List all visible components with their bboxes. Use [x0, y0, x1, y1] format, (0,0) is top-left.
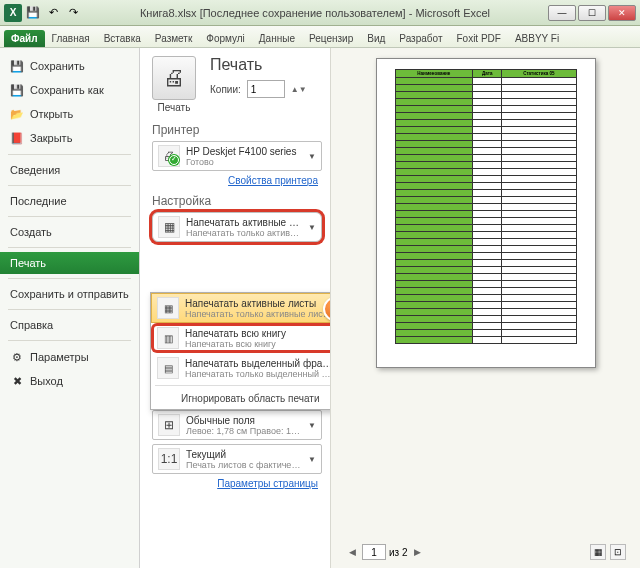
print-button[interactable]: 🖨: [152, 56, 196, 100]
popup-ignore-print-area[interactable]: Игнорировать область печати: [151, 388, 330, 409]
nav-label: Сохранить: [30, 60, 85, 72]
tab-developer[interactable]: Разработ: [392, 30, 449, 47]
exit-icon: ✖: [10, 374, 24, 388]
nav-open[interactable]: 📂Открыть: [0, 102, 139, 126]
nav-label: Справка: [10, 319, 53, 331]
page-navigator: ◀ из 2 ▶: [345, 544, 425, 560]
selection-icon: ▤: [157, 357, 179, 379]
popup-option-whole-book[interactable]: ▥ Напечатать всю книгу Напечатать всю кн…: [151, 323, 330, 353]
option-sub: Напечатать только активные листы: [185, 309, 330, 319]
print-what-dropdown[interactable]: ▦ Напечатать активные листы Напечатать т…: [152, 212, 322, 242]
open-icon: 📂: [10, 107, 24, 121]
nav-label: Последние: [10, 195, 67, 207]
nav-exit[interactable]: ✖Выход: [0, 369, 139, 393]
copies-label: Копии:: [210, 84, 241, 95]
tab-insert[interactable]: Вставка: [97, 30, 148, 47]
titlebar: X 💾 ↶ ↷ Книга8.xlsx [Последнее сохранени…: [0, 0, 640, 26]
print-settings-column: 🖨 Печать Печать Копии: ▲▼ Принтер 🖨 HP D…: [140, 48, 330, 568]
next-page-button[interactable]: ▶: [411, 545, 425, 559]
tab-foxit[interactable]: Foxit PDF: [449, 30, 507, 47]
scale-main: Текущий: [186, 449, 302, 460]
settings-section-label: Настройка: [152, 194, 322, 208]
tab-review[interactable]: Рецензир: [302, 30, 360, 47]
save-icon: 💾: [10, 59, 24, 73]
tab-formulas[interactable]: Формулі: [199, 30, 252, 47]
printer-status: Готово: [186, 157, 302, 167]
excel-logo-icon: X: [4, 4, 22, 22]
divider: [8, 247, 131, 248]
tab-home[interactable]: Главная: [45, 30, 97, 47]
margins-icon: ⊞: [158, 414, 180, 436]
nav-options[interactable]: ⚙Параметры: [0, 345, 139, 369]
margins-main: Обычные поля: [186, 415, 302, 426]
print-what-popup: ▦ Напечатать активные листы Напечатать т…: [150, 292, 330, 410]
copies-input[interactable]: [247, 80, 285, 98]
page-of-label: из 2: [389, 547, 408, 558]
page-number-input[interactable]: [362, 544, 386, 560]
quick-access-toolbar: X 💾 ↶ ↷: [4, 4, 82, 22]
nav-print[interactable]: Печать: [0, 252, 139, 274]
nav-close[interactable]: 📕Закрыть: [0, 126, 139, 150]
backstage-nav: 💾Сохранить 💾Сохранить как 📂Открыть 📕Закр…: [0, 48, 140, 568]
tab-abbyy[interactable]: ABBYY Fi: [508, 30, 566, 47]
scaling-dropdown[interactable]: 1:1 Текущий Печать листов с фактическ… ▼: [152, 444, 322, 474]
nav-label: Сохранить и отправить: [10, 288, 129, 300]
book-icon: ▥: [157, 327, 179, 349]
nav-recent[interactable]: Последние: [0, 190, 139, 212]
nav-label: Сохранить как: [30, 84, 104, 96]
sheets-icon: ▦: [158, 216, 180, 238]
close-button[interactable]: ✕: [608, 5, 636, 21]
option-sub: Напечатать всю книгу: [185, 339, 330, 349]
window-title: Книга8.xlsx [Последнее сохранение пользо…: [82, 7, 548, 19]
tab-view[interactable]: Вид: [360, 30, 392, 47]
print-title: Печать: [210, 56, 307, 74]
redo-icon[interactable]: ↷: [64, 4, 82, 22]
margins-sub: Левое: 1,78 см Правое: 1,…: [186, 426, 302, 436]
tab-file[interactable]: Файл: [4, 30, 45, 47]
nav-label: Закрыть: [30, 132, 72, 144]
nav-label: Печать: [10, 257, 46, 269]
tab-data[interactable]: Данные: [252, 30, 302, 47]
save-icon[interactable]: 💾: [24, 4, 42, 22]
nav-info[interactable]: Сведения: [0, 159, 139, 181]
spinner-icon[interactable]: ▲▼: [291, 85, 307, 94]
undo-icon[interactable]: ↶: [44, 4, 62, 22]
printer-properties-link[interactable]: Свойства принтера: [152, 175, 318, 186]
printer-name: HP Deskjet F4100 series: [186, 146, 302, 157]
ribbon-tabs: Файл Главная Вставка Разметк Формулі Дан…: [0, 26, 640, 48]
backstage-content: 🖨 Печать Печать Копии: ▲▼ Принтер 🖨 HP D…: [140, 48, 640, 568]
preview-page: НаименованиеДатаСтатистика 05 document.w…: [376, 58, 596, 368]
divider: [8, 309, 131, 310]
chevron-down-icon: ▼: [308, 223, 316, 232]
print-what-sub: Напечатать только активны…: [186, 228, 302, 238]
scale-sub: Печать листов с фактическ…: [186, 460, 302, 470]
option-label: Игнорировать область печати: [181, 393, 319, 404]
option-label: Напечатать всю книгу: [185, 328, 330, 339]
show-margins-button[interactable]: ▦: [590, 544, 606, 560]
page-setup-link[interactable]: Параметры страницы: [152, 478, 318, 489]
prev-page-button[interactable]: ◀: [345, 545, 359, 559]
popup-option-selection[interactable]: ▤ Напечатать выделенный фрагмент Напечат…: [151, 353, 330, 383]
zoom-to-page-button[interactable]: ⊡: [610, 544, 626, 560]
printer-dropdown[interactable]: 🖨 HP Deskjet F4100 series Готово ▼: [152, 141, 322, 171]
maximize-button[interactable]: ☐: [578, 5, 606, 21]
backstage-view: 💾Сохранить 💾Сохранить как 📂Открыть 📕Закр…: [0, 48, 640, 568]
margins-dropdown[interactable]: ⊞ Обычные поля Левое: 1,78 см Правое: 1,…: [152, 410, 322, 440]
divider: [8, 340, 131, 341]
preview-footer: ◀ из 2 ▶ ▦ ⊡: [339, 540, 632, 564]
option-label: Напечатать активные листы: [185, 298, 330, 309]
nav-label: Открыть: [30, 108, 73, 120]
nav-save-as[interactable]: 💾Сохранить как: [0, 78, 139, 102]
nav-new[interactable]: Создать: [0, 221, 139, 243]
nav-label: Создать: [10, 226, 52, 238]
chevron-down-icon: ▼: [308, 421, 316, 430]
options-icon: ⚙: [10, 350, 24, 364]
tab-layout[interactable]: Разметк: [148, 30, 199, 47]
nav-help[interactable]: Справка: [0, 314, 139, 336]
minimize-button[interactable]: —: [548, 5, 576, 21]
popup-option-active-sheets[interactable]: ▦ Напечатать активные листы Напечатать т…: [151, 293, 330, 323]
nav-save[interactable]: 💾Сохранить: [0, 54, 139, 78]
print-button-label: Печать: [152, 102, 196, 113]
option-label: Напечатать выделенный фрагмент: [185, 358, 330, 369]
nav-save-send[interactable]: Сохранить и отправить: [0, 283, 139, 305]
